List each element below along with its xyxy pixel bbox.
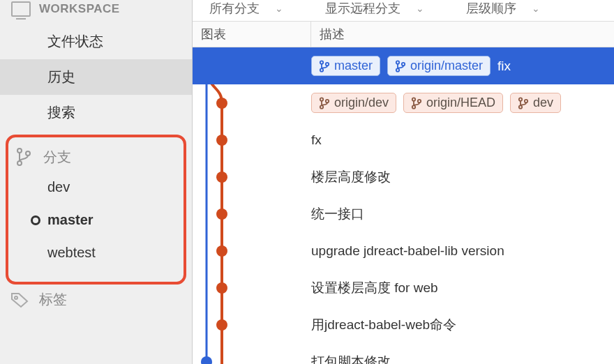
- chevron-down-icon: ⌄: [275, 3, 283, 14]
- svg-point-23: [412, 98, 415, 100]
- branch-icon: [319, 60, 330, 73]
- main-panel: 所有分支 ⌄ 显示远程分支 ⌄ 层级顺序 ⌄ 图表 描述: [193, 0, 614, 364]
- svg-point-2: [26, 151, 30, 156]
- commit-description-cell: 统一接口: [311, 205, 364, 223]
- tag-icon: [10, 291, 29, 308]
- chevron-down-icon: ⌄: [532, 3, 540, 14]
- commit-row[interactable]: 楼层高度修改: [193, 158, 614, 195]
- commit-row[interactable]: 打包脚本修改: [193, 343, 614, 364]
- svg-point-14: [320, 61, 323, 63]
- commit-description-cell: 打包脚本修改: [311, 353, 391, 365]
- commit-message: 统一接口: [311, 205, 364, 223]
- commit-message: upgrade jdreact-babel-lib version: [311, 243, 504, 259]
- branch-icon: [15, 147, 32, 167]
- branch-tag-label: dev: [533, 96, 553, 110]
- branch-tag[interactable]: dev: [510, 93, 561, 113]
- branch-tag[interactable]: origin/master: [387, 56, 491, 76]
- column-header-graph[interactable]: 图表: [193, 22, 311, 47]
- commit-message: 设置楼层高度 for web: [311, 279, 438, 297]
- commit-row[interactable]: masterorigin/masterfix: [193, 47, 614, 84]
- workspace-label: WORKSPACE: [39, 2, 120, 16]
- commit-description-cell: origin/devorigin/HEADdev: [311, 93, 561, 113]
- workspace-header: WORKSPACE: [0, 0, 192, 24]
- commit-description-cell: 楼层高度修改: [311, 168, 391, 186]
- branch-icon: [411, 97, 422, 109]
- svg-point-28: [525, 99, 527, 102]
- filter-label: 所有分支: [209, 0, 260, 17]
- commit-description-cell: masterorigin/masterfix: [311, 56, 511, 76]
- sidebar-item-label: 搜索: [47, 105, 75, 120]
- commit-message: 打包脚本修改: [311, 353, 391, 365]
- branch-item-dev[interactable]: dev: [8, 171, 184, 204]
- sidebar-item-search[interactable]: 搜索: [0, 95, 192, 130]
- filter-show-remote[interactable]: 显示远程分支 ⌄: [325, 0, 424, 17]
- branch-icon: [319, 97, 330, 109]
- commit-row[interactable]: fx: [193, 121, 614, 158]
- filter-label: 层级顺序: [466, 0, 516, 17]
- svg-point-20: [320, 98, 323, 100]
- filter-label: 显示远程分支: [325, 0, 400, 17]
- branch-item-webtest[interactable]: webtest: [8, 236, 184, 269]
- commit-message: 用jdreact-babel-web命令: [311, 316, 456, 334]
- tags-header[interactable]: 标签: [0, 285, 192, 309]
- commit-description-cell: upgrade jdreact-babel-lib version: [311, 243, 504, 259]
- svg-point-0: [17, 149, 22, 153]
- branch-tag-label: origin/dev: [334, 96, 389, 110]
- commit-description-cell: fx: [311, 132, 322, 148]
- current-branch-indicator-icon: [31, 215, 40, 225]
- sidebar-item-label: 文件状态: [47, 33, 103, 49]
- svg-point-25: [418, 99, 421, 102]
- svg-point-1: [17, 161, 22, 165]
- chevron-down-icon: ⌄: [416, 3, 424, 14]
- filter-all-branches[interactable]: 所有分支 ⌄: [209, 0, 283, 17]
- commit-row[interactable]: upgrade jdreact-babel-lib version: [193, 232, 614, 269]
- branch-name: webtest: [47, 245, 96, 261]
- branch-tag[interactable]: origin/dev: [311, 93, 396, 113]
- svg-point-15: [320, 68, 323, 71]
- branch-tag[interactable]: master: [311, 56, 380, 76]
- commit-row[interactable]: 用jdreact-babel-web命令: [193, 306, 614, 343]
- commit-row[interactable]: origin/devorigin/HEADdev: [193, 84, 614, 121]
- monitor-icon: [11, 1, 31, 17]
- filter-order[interactable]: 层级顺序 ⌄: [466, 0, 540, 17]
- column-label: 图表: [201, 27, 226, 41]
- branch-header[interactable]: 分支: [8, 143, 184, 171]
- branch-icon: [395, 60, 406, 73]
- svg-point-18: [396, 68, 399, 71]
- svg-point-22: [326, 99, 329, 102]
- tags-label: 标签: [39, 290, 67, 309]
- branch-tag-label: master: [334, 59, 373, 73]
- svg-point-24: [412, 105, 415, 108]
- sidebar-item-history[interactable]: 历史: [0, 59, 192, 95]
- svg-point-21: [320, 105, 323, 108]
- sidebar-item-label: 历史: [47, 69, 75, 84]
- branch-name: dev: [47, 179, 70, 195]
- branch-item-master[interactable]: master: [8, 204, 184, 236]
- branch-icon: [518, 97, 529, 109]
- commit-description-cell: 用jdreact-babel-web命令: [311, 316, 456, 334]
- commit-list: masterorigin/masterfixorigin/devorigin/H…: [193, 47, 614, 364]
- top-filters: 所有分支 ⌄ 显示远程分支 ⌄ 层级顺序 ⌄: [193, 0, 614, 21]
- commit-row[interactable]: 设置楼层高度 for web: [193, 269, 614, 306]
- svg-point-27: [519, 105, 522, 108]
- sidebar: WORKSPACE 文件状态 历史 搜索 分支 dev master webte…: [0, 0, 193, 364]
- column-label: 描述: [320, 27, 345, 41]
- commit-message: fix: [497, 59, 511, 74]
- branch-tag[interactable]: origin/HEAD: [403, 93, 503, 113]
- branch-section-label: 分支: [43, 148, 71, 167]
- sidebar-item-file-status[interactable]: 文件状态: [0, 24, 192, 59]
- branch-name: master: [47, 212, 93, 228]
- svg-point-16: [326, 62, 329, 65]
- svg-point-19: [402, 62, 405, 65]
- branch-tag-label: origin/master: [410, 59, 483, 73]
- svg-point-3: [15, 296, 17, 299]
- commit-message: 楼层高度修改: [311, 168, 391, 186]
- svg-point-17: [396, 61, 399, 63]
- commit-message: fx: [311, 132, 322, 148]
- svg-point-26: [519, 98, 522, 100]
- commit-row[interactable]: 统一接口: [193, 195, 614, 232]
- columns-header: 图表 描述: [193, 21, 614, 47]
- column-header-description[interactable]: 描述: [311, 22, 614, 47]
- commit-description-cell: 设置楼层高度 for web: [311, 279, 438, 297]
- branch-section: 分支 dev master webtest: [6, 135, 186, 285]
